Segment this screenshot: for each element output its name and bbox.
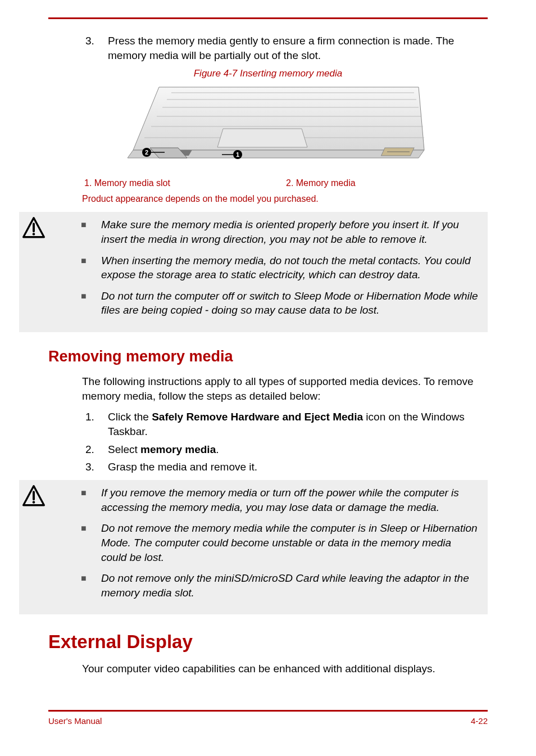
figure-caption: Figure 4-7 Inserting memory media: [48, 68, 488, 79]
warning-item: Do not turn the computer off or switch t…: [81, 289, 479, 318]
removing-heading: Removing memory media: [48, 348, 488, 365]
warning-icon: [22, 485, 46, 508]
warning-callout-1: Make sure the memory media is oriented p…: [19, 212, 488, 332]
step-text: Press the memory media gently to ensure …: [108, 34, 488, 62]
bullet-square-icon: [81, 218, 101, 246]
warning-icon: [22, 216, 46, 240]
step-number: 2.: [82, 442, 108, 457]
bullet-square-icon: [81, 253, 101, 282]
svg-text:2: 2: [145, 149, 148, 156]
warning-item: Do not remove only the miniSD/microSD Ca…: [81, 571, 479, 600]
bullet-square-icon: [81, 289, 101, 318]
step-text-bold: memory media: [140, 443, 216, 455]
warning-text: Do not turn the computer off or switch t…: [101, 289, 479, 318]
warning-text: Do not remove the memory media while the…: [101, 521, 479, 564]
warning-callout-2: If you remove the memory media or turn o…: [19, 480, 488, 614]
warning-item: When inserting the memory media, do not …: [81, 253, 479, 282]
bullet-square-icon: [81, 486, 101, 514]
step-text: Select memory media.: [108, 442, 488, 457]
figure-image: 1 2: [48, 83, 488, 169]
step-3: 3. Press the memory media gently to ensu…: [82, 34, 488, 62]
laptop-illustration: 1 2: [111, 83, 425, 167]
warning-item: Do not remove the memory media while the…: [81, 521, 479, 564]
svg-text:1: 1: [236, 151, 239, 158]
footer-rule: [48, 710, 488, 712]
step-text-pre: Click the: [108, 411, 152, 423]
svg-marker-8: [217, 129, 307, 147]
figure-legend: 1. Memory media slot 2. Memory media: [48, 178, 488, 188]
warning-item: If you remove the memory media or turn o…: [81, 486, 479, 514]
step-text-pre: Select: [108, 443, 140, 455]
step-number: 1.: [82, 410, 108, 438]
step-text-post: .: [216, 443, 219, 455]
product-appearance-note: Product appearance depends on the model …: [82, 194, 488, 204]
warning-text: Make sure the memory media is oriented p…: [101, 218, 479, 246]
bullet-square-icon: [81, 521, 101, 564]
step-number: 3.: [82, 460, 108, 474]
warning-item: Make sure the memory media is oriented p…: [81, 218, 479, 246]
warning-text: When inserting the memory media, do not …: [101, 253, 479, 282]
bullet-square-icon: [81, 571, 101, 600]
svg-point-21: [33, 233, 35, 236]
external-display-heading: External Display: [48, 631, 488, 653]
step-text: Grasp the media and remove it.: [108, 460, 488, 474]
footer-left: User's Manual: [48, 716, 102, 726]
step-1: 1. Click the Safely Remove Hardware and …: [82, 410, 488, 438]
step-2: 2. Select memory media.: [82, 442, 488, 457]
step-number: 3.: [82, 34, 108, 62]
warning-text: Do not remove only the miniSD/microSD Ca…: [101, 571, 479, 600]
header-rule: [48, 0, 488, 19]
warning-text: If you remove the memory media or turn o…: [101, 486, 479, 514]
legend-2: 2. Memory media: [286, 178, 488, 188]
step-3b: 3. Grasp the media and remove it.: [82, 460, 488, 474]
step-text-bold: Safely Remove Hardware and Eject Media: [152, 411, 363, 423]
external-display-text: Your computer video capabilities can be …: [82, 662, 488, 676]
footer-right: 4-22: [471, 716, 488, 726]
legend-1: 1. Memory media slot: [48, 178, 286, 188]
step-text: Click the Safely Remove Hardware and Eje…: [108, 410, 488, 438]
removing-intro: The following instructions apply to all …: [82, 374, 488, 403]
svg-point-24: [33, 501, 35, 504]
page-footer: User's Manual 4-22: [48, 716, 488, 726]
